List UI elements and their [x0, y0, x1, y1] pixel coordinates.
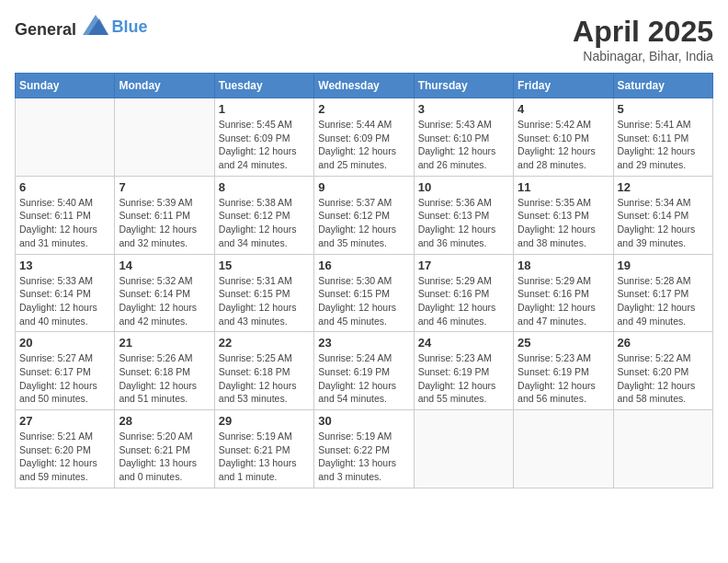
day-info: Sunrise: 5:39 AM Sunset: 6:11 PM Dayligh… — [119, 196, 210, 250]
calendar-cell: 25Sunrise: 5:23 AM Sunset: 6:19 PM Dayli… — [514, 332, 613, 410]
calendar-cell: 13Sunrise: 5:33 AM Sunset: 6:14 PM Dayli… — [16, 254, 115, 332]
calendar-cell: 17Sunrise: 5:29 AM Sunset: 6:16 PM Dayli… — [414, 254, 513, 332]
day-number: 17 — [418, 259, 509, 272]
day-info: Sunrise: 5:25 AM Sunset: 6:18 PM Dayligh… — [219, 351, 310, 406]
day-number: 10 — [418, 180, 509, 194]
day-info: Sunrise: 5:33 AM Sunset: 6:14 PM Dayligh… — [19, 274, 110, 328]
day-number: 8 — [219, 180, 310, 194]
calendar-cell: 5Sunrise: 5:41 AM Sunset: 6:11 PM Daylig… — [613, 98, 712, 177]
location-title: Nabinagar, Bihar, India — [573, 49, 713, 63]
day-number: 12 — [618, 180, 709, 194]
day-number: 13 — [19, 259, 110, 272]
calendar-header-tuesday: Tuesday — [214, 74, 313, 98]
day-number: 24 — [418, 336, 509, 350]
day-info: Sunrise: 5:29 AM Sunset: 6:16 PM Dayligh… — [518, 274, 609, 328]
day-info: Sunrise: 5:41 AM Sunset: 6:11 PM Dayligh… — [618, 118, 709, 172]
calendar-cell: 19Sunrise: 5:28 AM Sunset: 6:17 PM Dayli… — [613, 254, 712, 332]
day-info: Sunrise: 5:24 AM Sunset: 6:19 PM Dayligh… — [318, 351, 409, 406]
day-info: Sunrise: 5:27 AM Sunset: 6:17 PM Dayligh… — [19, 351, 110, 406]
calendar-header-saturday: Saturday — [613, 74, 712, 98]
day-number: 26 — [618, 336, 709, 350]
day-number: 19 — [618, 259, 709, 272]
day-info: Sunrise: 5:23 AM Sunset: 6:19 PM Dayligh… — [518, 351, 609, 406]
day-info: Sunrise: 5:29 AM Sunset: 6:16 PM Dayligh… — [418, 274, 509, 328]
day-number: 7 — [119, 180, 210, 194]
day-number: 18 — [518, 259, 609, 272]
day-info: Sunrise: 5:34 AM Sunset: 6:14 PM Dayligh… — [618, 196, 709, 250]
calendar-cell: 14Sunrise: 5:32 AM Sunset: 6:14 PM Dayli… — [115, 254, 214, 332]
day-info: Sunrise: 5:42 AM Sunset: 6:10 PM Dayligh… — [518, 118, 609, 172]
day-number: 27 — [19, 414, 110, 428]
day-info: Sunrise: 5:22 AM Sunset: 6:20 PM Dayligh… — [618, 351, 709, 406]
calendar-table: SundayMondayTuesdayWednesdayThursdayFrid… — [15, 73, 713, 488]
day-info: Sunrise: 5:23 AM Sunset: 6:19 PM Dayligh… — [418, 351, 509, 406]
calendar-cell: 30Sunrise: 5:19 AM Sunset: 6:22 PM Dayli… — [314, 410, 414, 488]
logo-icon — [83, 15, 108, 35]
logo: General Blue — [15, 15, 148, 40]
calendar-cell: 20Sunrise: 5:27 AM Sunset: 6:17 PM Dayli… — [16, 332, 115, 410]
day-number: 29 — [219, 414, 310, 428]
calendar-week-row: 27Sunrise: 5:21 AM Sunset: 6:20 PM Dayli… — [16, 410, 713, 488]
calendar-cell: 4Sunrise: 5:42 AM Sunset: 6:10 PM Daylig… — [514, 98, 613, 177]
day-info: Sunrise: 5:19 AM Sunset: 6:21 PM Dayligh… — [219, 430, 310, 484]
day-info: Sunrise: 5:40 AM Sunset: 6:11 PM Dayligh… — [19, 196, 110, 250]
calendar-cell: 8Sunrise: 5:38 AM Sunset: 6:12 PM Daylig… — [214, 176, 313, 254]
calendar-cell — [16, 98, 115, 177]
calendar-cell: 12Sunrise: 5:34 AM Sunset: 6:14 PM Dayli… — [613, 176, 712, 254]
calendar-cell: 10Sunrise: 5:36 AM Sunset: 6:13 PM Dayli… — [414, 176, 513, 254]
calendar-cell: 27Sunrise: 5:21 AM Sunset: 6:20 PM Dayli… — [16, 410, 115, 488]
day-info: Sunrise: 5:32 AM Sunset: 6:14 PM Dayligh… — [119, 274, 210, 328]
day-info: Sunrise: 5:19 AM Sunset: 6:22 PM Dayligh… — [318, 430, 409, 484]
logo-general-text: General — [15, 20, 76, 39]
day-info: Sunrise: 5:45 AM Sunset: 6:09 PM Dayligh… — [219, 118, 310, 172]
day-number: 3 — [418, 102, 509, 116]
title-area: April 2025 Nabinagar, Bihar, India — [573, 15, 713, 63]
day-info: Sunrise: 5:26 AM Sunset: 6:18 PM Dayligh… — [119, 351, 210, 406]
calendar-header-friday: Friday — [514, 74, 613, 98]
day-number: 28 — [119, 414, 210, 428]
day-number: 9 — [318, 180, 409, 194]
day-info: Sunrise: 5:36 AM Sunset: 6:13 PM Dayligh… — [418, 196, 509, 250]
calendar-cell — [115, 98, 214, 177]
calendar-week-row: 1Sunrise: 5:45 AM Sunset: 6:09 PM Daylig… — [16, 98, 713, 177]
day-number: 22 — [219, 336, 310, 350]
day-number: 15 — [219, 259, 310, 272]
calendar-cell — [414, 410, 513, 488]
day-number: 11 — [518, 180, 609, 194]
calendar-cell: 16Sunrise: 5:30 AM Sunset: 6:15 PM Dayli… — [314, 254, 414, 332]
calendar-cell: 1Sunrise: 5:45 AM Sunset: 6:09 PM Daylig… — [214, 98, 313, 177]
calendar-header-monday: Monday — [115, 74, 214, 98]
calendar-cell: 29Sunrise: 5:19 AM Sunset: 6:21 PM Dayli… — [214, 410, 313, 488]
day-number: 21 — [119, 336, 210, 350]
calendar-cell — [613, 410, 712, 488]
day-number: 20 — [19, 336, 110, 350]
day-number: 30 — [318, 414, 409, 428]
calendar-cell: 15Sunrise: 5:31 AM Sunset: 6:15 PM Dayli… — [214, 254, 313, 332]
calendar-cell: 22Sunrise: 5:25 AM Sunset: 6:18 PM Dayli… — [214, 332, 313, 410]
day-number: 14 — [119, 259, 210, 272]
calendar-cell: 9Sunrise: 5:37 AM Sunset: 6:12 PM Daylig… — [314, 176, 414, 254]
header: General Blue April 2025 Nabinagar, Bihar… — [15, 15, 713, 63]
day-info: Sunrise: 5:38 AM Sunset: 6:12 PM Dayligh… — [219, 196, 310, 250]
day-info: Sunrise: 5:28 AM Sunset: 6:17 PM Dayligh… — [618, 274, 709, 328]
day-info: Sunrise: 5:35 AM Sunset: 6:13 PM Dayligh… — [518, 196, 609, 250]
calendar-cell: 18Sunrise: 5:29 AM Sunset: 6:16 PM Dayli… — [514, 254, 613, 332]
day-number: 16 — [318, 259, 409, 272]
logo-blue-text: Blue — [112, 17, 148, 36]
day-info: Sunrise: 5:44 AM Sunset: 6:09 PM Dayligh… — [318, 118, 409, 172]
day-number: 1 — [219, 102, 310, 116]
calendar-header-row: SundayMondayTuesdayWednesdayThursdayFrid… — [16, 74, 713, 98]
calendar-cell: 21Sunrise: 5:26 AM Sunset: 6:18 PM Dayli… — [115, 332, 214, 410]
calendar-cell: 28Sunrise: 5:20 AM Sunset: 6:21 PM Dayli… — [115, 410, 214, 488]
calendar-cell: 3Sunrise: 5:43 AM Sunset: 6:10 PM Daylig… — [414, 98, 513, 177]
day-info: Sunrise: 5:31 AM Sunset: 6:15 PM Dayligh… — [219, 274, 310, 328]
calendar-cell: 7Sunrise: 5:39 AM Sunset: 6:11 PM Daylig… — [115, 176, 214, 254]
day-info: Sunrise: 5:43 AM Sunset: 6:10 PM Dayligh… — [418, 118, 509, 172]
day-info: Sunrise: 5:37 AM Sunset: 6:12 PM Dayligh… — [318, 196, 409, 250]
day-info: Sunrise: 5:21 AM Sunset: 6:20 PM Dayligh… — [19, 430, 110, 484]
day-number: 5 — [618, 102, 709, 116]
day-number: 6 — [19, 180, 110, 194]
day-number: 4 — [518, 102, 609, 116]
calendar-header-thursday: Thursday — [414, 74, 513, 98]
calendar-week-row: 6Sunrise: 5:40 AM Sunset: 6:11 PM Daylig… — [16, 176, 713, 254]
